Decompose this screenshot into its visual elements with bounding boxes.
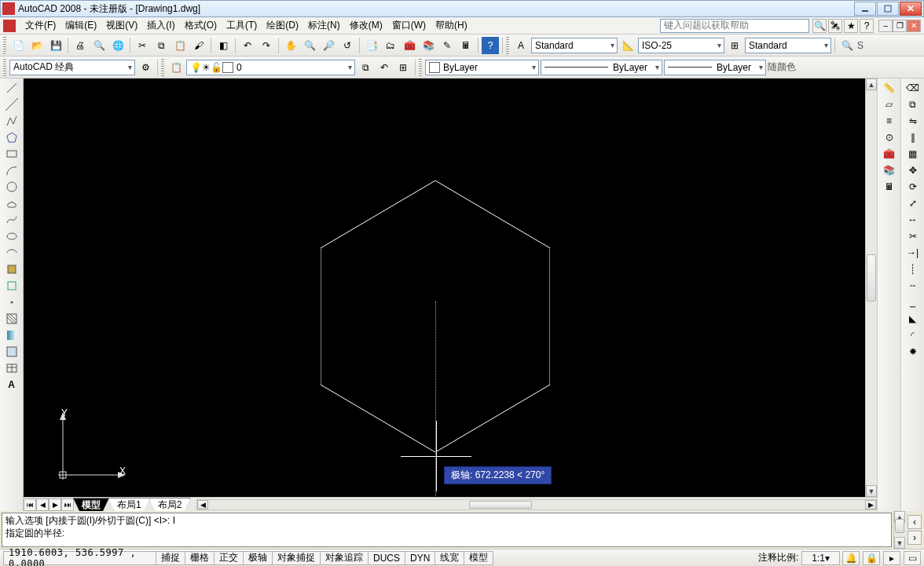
fillet-icon[interactable]: ◜	[904, 327, 922, 343]
undo-icon[interactable]: ↶	[239, 37, 256, 54]
maximize-button[interactable]	[877, 2, 899, 16]
menu-window[interactable]: 窗口(W)	[387, 17, 431, 34]
tab-prev-icon[interactable]: ◀	[36, 498, 49, 511]
scroll-up-icon[interactable]: ▲	[866, 79, 877, 90]
toggle-osnap[interactable]: 对象捕捉	[272, 551, 321, 565]
toggle-polar[interactable]: 极轴	[243, 551, 273, 565]
menu-help[interactable]: 帮助(H)	[431, 17, 472, 34]
list-icon[interactable]: ≡	[881, 113, 898, 129]
arc-icon[interactable]	[3, 162, 20, 178]
table-icon[interactable]	[3, 360, 20, 376]
make-block-icon[interactable]	[3, 278, 20, 294]
dim-style-select[interactable]: ISO-25	[638, 38, 724, 53]
break-at-icon[interactable]: ┊	[904, 261, 922, 277]
save-icon[interactable]: 💾	[47, 37, 64, 54]
break-icon[interactable]: ╌	[904, 278, 922, 294]
menu-view[interactable]: 视图(V)	[101, 17, 142, 34]
polygon-icon[interactable]	[3, 130, 20, 145]
match-properties-icon[interactable]: 🖌	[190, 37, 207, 54]
menu-format[interactable]: 格式(O)	[180, 17, 222, 34]
tab-last-icon[interactable]: ⏭	[61, 498, 74, 511]
toggle-otrack[interactable]: 对象追踪	[320, 551, 368, 565]
search-icon[interactable]: 🔍	[812, 19, 827, 33]
scroll-right-icon[interactable]: ▶	[865, 500, 876, 509]
redo-icon[interactable]: ↷	[258, 37, 275, 54]
markup-set-icon[interactable]: ✎	[438, 37, 456, 54]
open-icon[interactable]: 📂	[28, 37, 46, 54]
explode-icon[interactable]: ✸	[904, 344, 922, 360]
stretch-icon[interactable]: ↔	[904, 212, 922, 228]
annoscale-visibility-icon[interactable]: 🔔	[842, 551, 860, 565]
toggle-ortho[interactable]: 正交	[214, 551, 244, 565]
ellipse-arc-icon[interactable]	[3, 245, 20, 261]
properties-icon[interactable]: 📑	[363, 37, 380, 54]
gradient-icon[interactable]	[3, 327, 20, 343]
linetype-select[interactable]: ByLayer	[541, 60, 662, 75]
sheet-set-btn-icon[interactable]: 📚	[881, 162, 898, 178]
toggle-lwt[interactable]: 线宽	[434, 551, 464, 565]
rectangle-icon[interactable]	[3, 146, 20, 162]
workspace-settings-icon[interactable]: ⚙	[137, 59, 154, 76]
new-icon[interactable]: 📄	[9, 37, 27, 54]
plot-preview-icon[interactable]: 🔍	[90, 37, 108, 54]
ellipse-icon[interactable]	[3, 228, 20, 244]
distance-icon[interactable]: 📏	[881, 80, 898, 96]
menu-modify[interactable]: 修改(M)	[345, 17, 387, 34]
vscroll-thumb[interactable]	[867, 254, 876, 301]
erase-icon[interactable]: ⌫	[904, 80, 922, 96]
mirror-icon[interactable]: ⇋	[904, 113, 922, 129]
drawing-area[interactable]: 极轴: 672.2238 < 270° Y X ▲ ▼	[24, 79, 877, 497]
help-toolbar-icon[interactable]: ?	[482, 37, 499, 54]
mtext-icon[interactable]: A	[3, 377, 20, 393]
array-icon[interactable]: ▦	[904, 146, 922, 162]
text-style-select[interactable]: Standard	[531, 38, 618, 53]
cmd-scroll-down-icon[interactable]: ▼	[894, 537, 905, 549]
text-style-icon[interactable]: A	[512, 37, 530, 54]
favorites-icon[interactable]: ★	[844, 19, 858, 33]
scroll-down-icon[interactable]: ▼	[866, 485, 877, 497]
insert-block-icon[interactable]	[3, 261, 20, 277]
quickcalc-btn-icon[interactable]: 🖩	[881, 179, 898, 195]
cut-icon[interactable]: ✂	[134, 37, 151, 54]
region-icon[interactable]	[3, 344, 20, 360]
annoscale-select[interactable]: 1:1 ▾	[801, 551, 840, 565]
line-icon[interactable]	[3, 80, 20, 96]
copy-obj-icon[interactable]: ⧉	[904, 97, 922, 112]
coordinate-display[interactable]: 1910.6003, 536.5997 , 0.0000	[3, 551, 156, 565]
trim-icon[interactable]: ✂	[904, 228, 922, 244]
zoom-window-icon[interactable]: 🔎	[320, 37, 337, 54]
minimize-button[interactable]	[854, 2, 876, 16]
dim-style-icon[interactable]: 📐	[619, 37, 636, 54]
help-icon[interactable]: ?	[860, 19, 874, 33]
layer-manager-icon[interactable]: 📋	[167, 59, 185, 76]
toggle-grid[interactable]: 栅格	[185, 551, 214, 565]
vertical-scrollbar[interactable]: ▲ ▼	[865, 79, 877, 497]
menu-dimension[interactable]: 标注(N)	[303, 17, 345, 34]
circle-icon[interactable]	[3, 179, 20, 195]
horizontal-scrollbar[interactable]: ◀ ▶	[196, 499, 877, 510]
join-icon[interactable]: ⎯	[904, 294, 922, 310]
layer-previous-icon[interactable]: ↶	[376, 59, 393, 76]
polyline-icon[interactable]	[3, 113, 20, 129]
toggle-dyn[interactable]: DYN	[405, 551, 435, 565]
cmd-scroll-thumb[interactable]	[895, 519, 904, 533]
move-icon[interactable]: ✥	[904, 162, 922, 178]
tab-layout2[interactable]: 布局2	[149, 498, 191, 511]
infocenter-search[interactable]: 键入问题以获取帮助	[660, 19, 809, 33]
mdi-close-button[interactable]: ✕	[907, 20, 921, 32]
scroll-left-icon[interactable]: ◀	[197, 500, 208, 509]
cmd-scrollbar[interactable]: ▲ ▼	[893, 511, 905, 549]
menu-file[interactable]: 文件(F)	[20, 17, 60, 34]
mdi-minimize-button[interactable]: –	[878, 20, 893, 32]
layer-tools-icon[interactable]: ⊞	[394, 59, 412, 76]
menu-tools[interactable]: 工具(T)	[222, 17, 262, 34]
area-icon[interactable]: ▱	[881, 97, 898, 112]
toggle-ducs[interactable]: DUCS	[368, 551, 405, 565]
id-point-icon[interactable]: ⊙	[881, 130, 898, 145]
cmd-hist-down-icon[interactable]: ›	[908, 531, 922, 545]
find-icon[interactable]: 🔍	[838, 37, 856, 54]
layer-select[interactable]: 💡 ☀ 🔓 0	[186, 60, 355, 75]
chamfer-icon[interactable]: ◣	[904, 311, 922, 327]
tab-first-icon[interactable]: ⏮	[24, 498, 36, 511]
hatch-icon[interactable]	[3, 311, 20, 327]
